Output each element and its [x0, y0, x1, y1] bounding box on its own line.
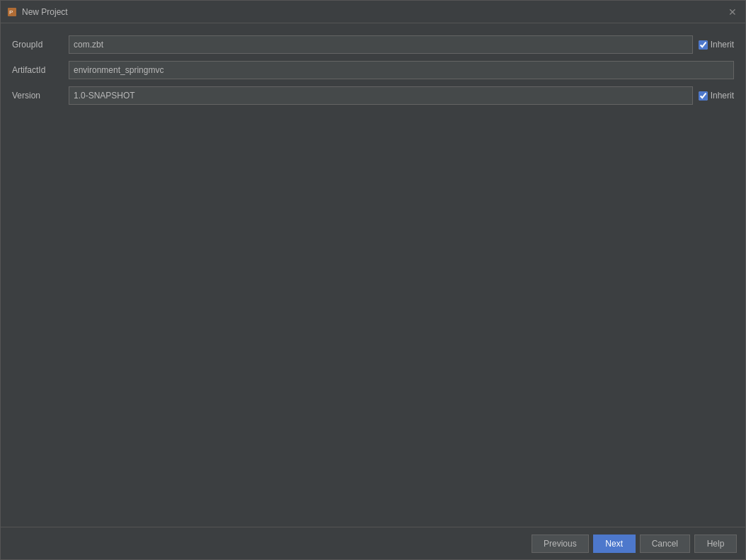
artifactid-row: ArtifactId	[12, 60, 734, 80]
new-project-dialog: P New Project ✕ GroupId Inherit Artifact…	[0, 0, 746, 560]
version-label: Version	[12, 91, 69, 101]
version-inherit-checkbox[interactable]	[699, 91, 708, 101]
groupid-label: GroupId	[12, 40, 69, 50]
groupid-inherit-container: Inherit	[699, 40, 734, 50]
groupid-inherit-checkbox[interactable]	[699, 40, 708, 50]
artifactid-label: ArtifactId	[12, 65, 69, 75]
help-button[interactable]: Help	[694, 535, 737, 553]
version-inherit-label: Inherit	[711, 91, 734, 101]
groupid-input[interactable]	[69, 35, 693, 54]
title-bar-left: P New Project	[6, 6, 68, 18]
version-row: Version Inherit	[12, 86, 734, 105]
version-input[interactable]	[69, 86, 693, 105]
cancel-button[interactable]: Cancel	[640, 535, 690, 553]
svg-text:P: P	[9, 9, 13, 16]
version-inherit-container: Inherit	[699, 91, 734, 101]
title-bar: P New Project ✕	[1, 1, 745, 23]
groupid-row: GroupId Inherit	[12, 35, 734, 55]
groupid-inherit-label: Inherit	[711, 40, 734, 50]
close-button[interactable]: ✕	[725, 5, 740, 19]
content-spacer	[12, 111, 734, 515]
previous-button[interactable]: Previous	[532, 535, 589, 553]
artifactid-input[interactable]	[69, 61, 734, 79]
next-button[interactable]: Next	[593, 535, 636, 553]
project-icon: P	[6, 6, 18, 18]
dialog-content: GroupId Inherit ArtifactId Version Inher…	[1, 23, 745, 527]
dialog-title: New Project	[22, 7, 68, 17]
dialog-footer: Previous Next Cancel Help	[1, 527, 745, 559]
